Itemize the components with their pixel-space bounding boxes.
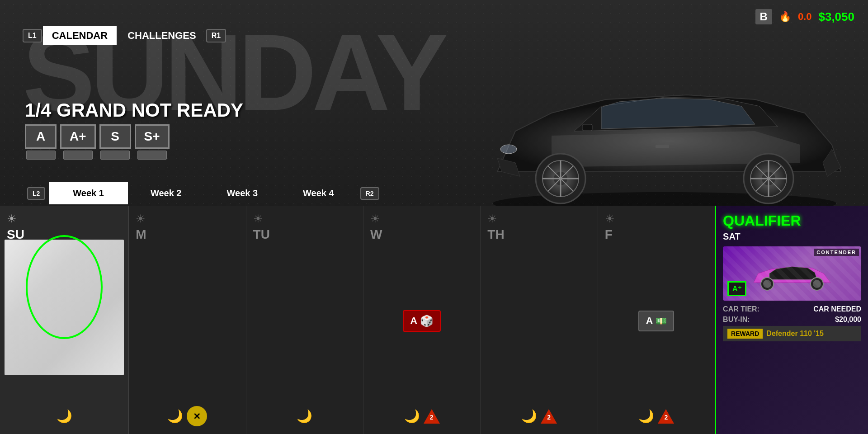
tab-calendar[interactable]: CALENDAR <box>43 26 117 45</box>
monday-moon-icon: 🌙 <box>167 409 183 424</box>
day-sunday: ☀ SU 🌙 <box>0 206 129 434</box>
friday-event-badge[interactable]: A 💵 <box>638 311 674 331</box>
friday-content[interactable]: A 💵 <box>598 244 715 398</box>
day-wednesday: ☀ W A 🎲 🌙 2 <box>363 206 481 434</box>
class-letter-s[interactable]: S <box>99 124 131 149</box>
wednesday-night: 🌙 2 <box>363 398 480 434</box>
hud: B 🔥 0.0 $3,050 <box>755 9 854 24</box>
sunday-night: 🌙 <box>0 398 128 434</box>
tuesday-moon-icon: 🌙 <box>297 409 312 424</box>
friday-header: ☀ F <box>598 206 715 244</box>
friday-sun-icon: ☀ <box>605 212 708 225</box>
week-left-trigger-l2[interactable]: L2 <box>27 187 45 200</box>
qualifier-car-needed-label: CAR NEEDED <box>813 305 861 313</box>
day-friday: ☀ F A 💵 🌙 2 <box>598 206 715 434</box>
wednesday-content[interactable]: A 🎲 <box>363 244 480 398</box>
friday-label: F <box>605 227 708 242</box>
left-trigger-l1[interactable]: L1 <box>23 29 42 42</box>
svg-point-15 <box>500 145 517 154</box>
sunday-moon-icon: 🌙 <box>57 409 72 424</box>
sunday-sun-icon: ☀ <box>7 212 122 225</box>
sunday-content <box>0 244 128 398</box>
thursday-triangle: 2 <box>541 409 557 424</box>
day-saturday-qualifier: QUALIFIER SAT CONTENDER A⁺ <box>715 206 868 434</box>
hud-b-button[interactable]: B <box>755 9 772 24</box>
friday-night: 🌙 2 <box>598 398 715 434</box>
thursday-moon-icon: 🌙 <box>521 409 537 424</box>
qualifier-buy-in-row: BUY-IN: $20,000 <box>723 316 861 324</box>
hud-money: $3,050 <box>818 10 854 24</box>
event-subtitle: 1/4 GRAND NOT READY <box>25 99 243 121</box>
class-car-s <box>100 151 130 160</box>
week-tab-3[interactable]: Week 3 <box>204 184 281 203</box>
class-letter-aplus[interactable]: A+ <box>60 124 96 149</box>
class-badge-splus: S+ <box>135 124 170 160</box>
wednesday-header: ☀ W <box>363 206 480 244</box>
monday-label: M <box>136 227 239 242</box>
right-trigger-r1[interactable]: R1 <box>206 29 226 42</box>
tuesday-sun-icon: ☀ <box>253 212 356 225</box>
qualifier-car-tier-badge: A⁺ <box>727 281 746 296</box>
class-badge-aplus: A+ <box>60 124 96 160</box>
week-right-trigger-r2[interactable]: R2 <box>360 187 379 200</box>
week-tab-2[interactable]: Week 2 <box>128 184 204 203</box>
monday-sun-icon: ☀ <box>136 212 239 225</box>
calendar-section: L2 Week 1 Week 2 Week 3 Week 4 R2 ☀ SU 🌙… <box>0 181 868 434</box>
monday-header: ☀ M <box>129 206 245 244</box>
thursday-header: ☀ TH <box>481 206 597 244</box>
week-tabs: L2 Week 1 Week 2 Week 3 Week 4 R2 <box>0 181 868 206</box>
wednesday-event-badge[interactable]: A 🎲 <box>403 310 441 332</box>
monday-content <box>129 244 245 398</box>
friday-money-icon: 💵 <box>656 316 667 326</box>
qualifier-reward-label: REWARD <box>727 329 763 339</box>
wednesday-dice-icon: 🎲 <box>420 315 434 327</box>
class-badges: A A+ S S+ <box>25 124 170 160</box>
qualifier-car-tier-label: CAR TIER: <box>723 305 760 313</box>
qualifier-title: QUALIFIER <box>723 212 861 229</box>
monday-crash-icon: ✕ <box>187 406 207 426</box>
wednesday-tier-letter: A <box>410 315 417 327</box>
qualifier-car-tier-row: CAR TIER: CAR NEEDED <box>723 305 861 313</box>
tuesday-content <box>246 244 363 398</box>
qualifier-contender-badge: CONTENDER <box>814 249 859 256</box>
week-tab-1[interactable]: Week 1 <box>49 182 128 204</box>
class-car-splus <box>137 151 167 160</box>
calendar-grid: ☀ SU 🌙 ☀ M 🌙 ✕ <box>0 206 868 434</box>
qualifier-day-label: SAT <box>723 231 861 242</box>
class-car-a <box>26 151 56 160</box>
qualifier-reward-value: Defender 110 '15 <box>766 330 824 338</box>
thursday-label: TH <box>487 227 590 242</box>
friday-moon-icon: 🌙 <box>638 409 654 424</box>
fire-icon: 🔥 <box>779 11 791 23</box>
friday-tier-letter: A <box>646 315 653 327</box>
top-navigation: L1 CALENDAR CHALLENGES R1 <box>23 26 226 45</box>
wednesday-sun-icon: ☀ <box>370 212 473 225</box>
selected-day-indicator <box>26 235 103 339</box>
svg-rect-17 <box>656 145 669 148</box>
svg-rect-16 <box>582 124 592 131</box>
class-badge-a: A <box>25 124 57 160</box>
wednesday-label: W <box>370 227 473 242</box>
thursday-sun-icon: ☀ <box>487 212 590 225</box>
week-tab-4[interactable]: Week 4 <box>280 184 357 203</box>
day-tuesday: ☀ TU 🌙 <box>246 206 363 434</box>
class-letter-a[interactable]: A <box>25 124 57 149</box>
friday-triangle: 2 <box>658 409 674 424</box>
tuesday-night: 🌙 <box>246 398 363 434</box>
qualifier-panel: QUALIFIER SAT CONTENDER A⁺ <box>716 206 868 348</box>
qualifier-buy-in-label: BUY-IN: <box>723 316 750 324</box>
wednesday-moon-icon: 🌙 <box>404 409 420 424</box>
class-letter-splus[interactable]: S+ <box>135 124 170 149</box>
qualifier-info: CAR TIER: CAR NEEDED BUY-IN: $20,000 <box>723 305 861 324</box>
wednesday-triangle: 2 <box>424 409 440 424</box>
qualifier-buy-in-value: $20,000 <box>835 316 861 324</box>
tuesday-label: TU <box>253 227 356 242</box>
hud-score: 0.0 <box>798 11 812 23</box>
class-car-aplus <box>63 151 93 160</box>
class-badge-s: S <box>99 124 131 160</box>
qualifier-reward-row: REWARD Defender 110 '15 <box>723 326 861 341</box>
qualifier-car-preview: CONTENDER A⁺ <box>723 246 861 301</box>
thursday-content <box>481 244 597 398</box>
tab-challenges[interactable]: CHALLENGES <box>118 26 205 45</box>
day-monday: ☀ M 🌙 ✕ <box>129 206 246 434</box>
